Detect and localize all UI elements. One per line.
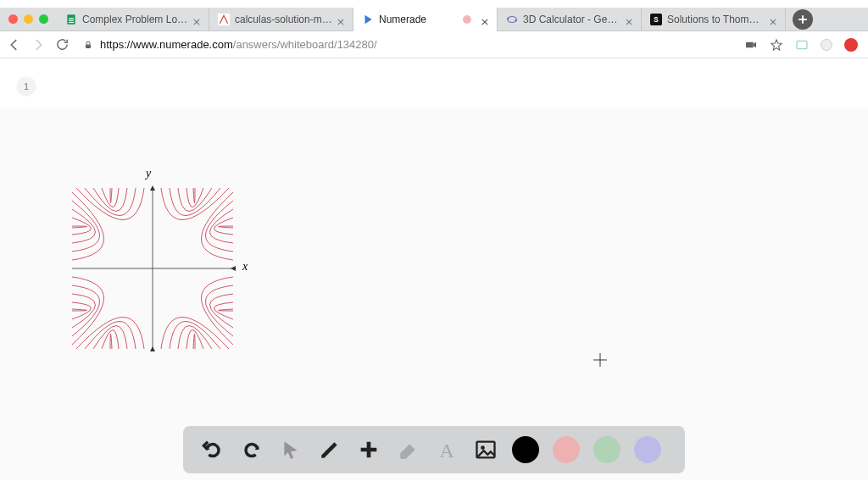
extension-icon[interactable] (795, 38, 809, 52)
svg-text:S: S (654, 15, 659, 23)
lock-icon (83, 40, 93, 50)
pencil-tool-button[interactable] (317, 437, 342, 462)
maximize-window-button[interactable] (39, 14, 48, 24)
close-tab-icon[interactable] (193, 16, 200, 23)
contour-plot (68, 184, 237, 353)
color-green-button[interactable] (593, 436, 620, 463)
window-controls (0, 14, 57, 24)
numerade-alt-icon (218, 14, 230, 25)
tab-title: 3D Calculator - GeoGebra (523, 14, 620, 25)
text-tool-button[interactable]: A (434, 437, 459, 462)
tab-title: calculas-solution-manual-n… (235, 14, 332, 25)
svg-rect-11 (86, 44, 91, 48)
color-purple-button[interactable] (634, 436, 661, 463)
page-number-badge[interactable]: 1 (17, 77, 36, 96)
undo-button[interactable] (200, 437, 225, 462)
browser-actions (744, 38, 861, 52)
svg-rect-1 (69, 18, 74, 19)
tab-numerade[interactable]: Numerade (353, 8, 498, 31)
svg-point-8 (515, 19, 517, 21)
profile-avatar[interactable] (821, 39, 832, 51)
url-input[interactable]: https://www.numerade.com/answers/whitebo… (78, 38, 736, 51)
numerade-icon (362, 14, 374, 25)
slader-icon: S (650, 14, 662, 25)
sheets-icon (65, 14, 77, 25)
pointer-tool-button[interactable] (278, 437, 303, 462)
color-black-button[interactable] (512, 436, 539, 463)
close-tab-icon[interactable] (481, 16, 488, 23)
eraser-tool-button[interactable] (395, 437, 420, 462)
page-content: 1 y x (0, 58, 868, 481)
svg-rect-12 (746, 41, 754, 47)
image-tool-button[interactable] (473, 437, 498, 462)
svg-rect-13 (797, 41, 807, 48)
camera-icon[interactable] (744, 38, 758, 52)
tab-calculas-solution-manual[interactable]: calculas-solution-manual-n… (209, 8, 353, 31)
tab-slader[interactable]: S Solutions to Thomas' Calcu… (642, 8, 786, 31)
color-pink-button[interactable] (553, 436, 580, 463)
forward-button[interactable] (31, 37, 46, 53)
tab-title: Solutions to Thomas' Calcu… (667, 14, 765, 25)
close-tab-icon[interactable] (337, 16, 344, 23)
recording-icon (463, 15, 471, 24)
close-window-button[interactable] (8, 14, 18, 24)
geogebra-icon (506, 14, 518, 25)
tab-title: Numerade (379, 14, 426, 25)
minimize-window-button[interactable] (24, 14, 33, 24)
svg-point-7 (507, 17, 509, 19)
whiteboard-canvas[interactable]: y x (0, 108, 868, 480)
svg-marker-5 (365, 14, 372, 24)
axis-y-label: y (146, 167, 151, 180)
reload-button[interactable] (54, 37, 70, 53)
close-tab-icon[interactable] (626, 16, 632, 23)
svg-marker-16 (150, 185, 155, 191)
star-icon[interactable] (770, 38, 783, 52)
extension-red-icon[interactable] (844, 38, 858, 52)
whiteboard-toolbar: A (183, 426, 685, 473)
tab-geogebra[interactable]: 3D Calculator - GeoGebra (498, 8, 642, 31)
svg-text:A: A (439, 440, 454, 461)
new-tab-button[interactable] (793, 9, 813, 30)
back-button[interactable] (7, 37, 22, 53)
axis-x-label: x (242, 260, 248, 274)
svg-point-19 (481, 445, 485, 450)
tab-bar: Complex Problem Log_Britt… calculas-solu… (0, 8, 868, 31)
redo-button[interactable] (239, 437, 264, 462)
svg-rect-3 (69, 21, 74, 22)
svg-point-6 (508, 16, 517, 22)
cursor-crosshair (593, 353, 607, 367)
close-tab-icon[interactable] (770, 16, 776, 23)
svg-rect-2 (69, 19, 74, 20)
add-tool-button[interactable] (356, 437, 381, 462)
tab-complex-problem-log[interactable]: Complex Problem Log_Britt… (57, 8, 209, 31)
address-bar: https://www.numerade.com/answers/whitebo… (0, 31, 868, 58)
tab-title: Complex Problem Log_Britt… (82, 14, 188, 25)
url-host: https://www.numerade.com/answers/whitebo… (100, 38, 377, 51)
